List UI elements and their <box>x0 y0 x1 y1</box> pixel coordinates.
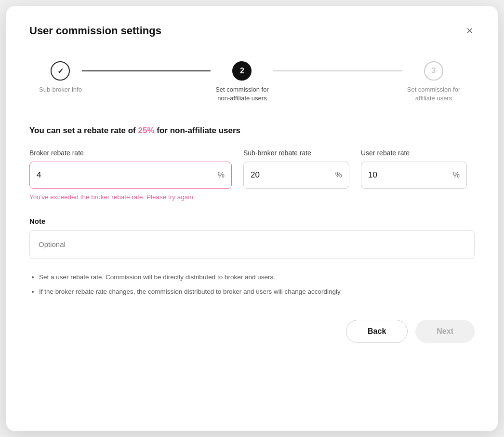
note-input[interactable] <box>29 230 475 259</box>
user-rebate-input-wrapper: % <box>361 162 467 189</box>
broker-rebate-label: Broker rebate rate <box>29 149 232 157</box>
user-rebate-suffix: % <box>453 171 460 179</box>
sub-broker-rebate-input-wrapper: % <box>243 162 349 189</box>
rate-fields: Broker rebate rate % You've exceeded the… <box>29 149 475 202</box>
sub-broker-rebate-input[interactable] <box>251 170 332 180</box>
modal-footer: Back Next <box>29 320 475 343</box>
stepper: ✓ Sub-broker info 2 Set commission for n… <box>29 61 475 103</box>
hint-2: If the broker rebate rate changes, the c… <box>39 287 475 297</box>
step-3-group: 3 Set commission for affiliate users <box>402 61 465 103</box>
step-connector-1 <box>82 70 211 71</box>
broker-rebate-suffix: % <box>218 171 225 179</box>
hint-1: Set a user rebate rate. Commission will … <box>39 273 475 282</box>
modal-container: User commission settings × ✓ Sub-broker … <box>6 6 498 431</box>
broker-rebate-field: Broker rebate rate % You've exceeded the… <box>29 149 232 202</box>
user-rebate-field: User rebate rate % <box>361 149 467 202</box>
step-2-group: 2 Set commission for non-affiliate users <box>211 61 273 103</box>
user-rebate-label: User rebate rate <box>361 149 467 157</box>
section-title: You can set a rebate rate of 25% for non… <box>29 126 475 136</box>
step-1-group: ✓ Sub-broker info <box>39 61 82 94</box>
close-button[interactable]: × <box>464 24 475 38</box>
step-2-label: Set commission for non-affiliate users <box>211 85 273 103</box>
step-1-label: Sub-broker info <box>39 85 82 94</box>
section-title-prefix: You can set a rebate rate of <box>29 126 138 135</box>
step-connector-2 <box>273 70 402 71</box>
step-3-circle: 3 <box>424 61 443 81</box>
step-2-number: 2 <box>240 67 244 75</box>
sub-broker-rebate-field: Sub-broker rebate rate % <box>243 149 349 202</box>
section-title-suffix: for non-affiliate users <box>157 126 240 135</box>
rebate-rate-highlight: 25% <box>138 126 154 135</box>
checkmark-icon: ✓ <box>57 67 64 76</box>
step-3-label: Set commission for affiliate users <box>402 85 465 103</box>
sub-broker-rebate-label: Sub-broker rebate rate <box>243 149 349 157</box>
step-3-number: 3 <box>432 67 436 75</box>
sub-broker-rebate-suffix: % <box>335 171 342 179</box>
user-rebate-input[interactable] <box>368 170 449 180</box>
note-section: Note <box>29 217 475 259</box>
back-button[interactable]: Back <box>346 320 408 343</box>
hints-list: Set a user rebate rate. Commission will … <box>29 273 475 297</box>
modal-header: User commission settings × <box>29 24 475 38</box>
broker-rebate-input[interactable] <box>37 170 214 180</box>
modal-title: User commission settings <box>29 25 161 37</box>
note-label: Note <box>29 217 475 225</box>
broker-rebate-error: You've exceeded the broker rebate rate. … <box>29 192 232 202</box>
next-button[interactable]: Next <box>415 320 475 343</box>
step-2-circle: 2 <box>232 61 252 81</box>
broker-rebate-input-wrapper: % <box>29 162 232 189</box>
step-1-circle: ✓ <box>51 61 70 81</box>
